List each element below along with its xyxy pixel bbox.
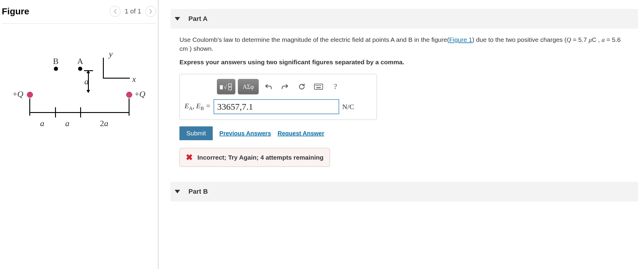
figure-title: Figure — [2, 6, 29, 16]
submit-button[interactable]: Submit — [179, 126, 213, 140]
charge-left-dot — [27, 92, 33, 98]
dim-a2: a — [65, 119, 69, 128]
charge-right-dot — [126, 92, 132, 98]
incorrect-icon: ✖ — [186, 152, 193, 162]
redo-icon — [281, 83, 289, 90]
greek-button[interactable]: ΑΣφ — [238, 79, 259, 94]
figure-pager-text: 1 of 1 — [125, 7, 141, 15]
chevron-left-icon — [113, 9, 117, 14]
templates-button[interactable]: √ — [217, 79, 235, 94]
part-b-header[interactable]: Part B — [170, 182, 638, 201]
undo-button[interactable] — [261, 79, 275, 94]
point-b-label: B — [53, 56, 59, 66]
equation-toolbar: √ ΑΣφ ? — [217, 79, 372, 94]
svg-rect-7 — [319, 85, 319, 86]
figure-prev-button[interactable] — [110, 6, 121, 17]
svg-rect-3 — [229, 87, 232, 90]
point-b-dot — [54, 67, 58, 71]
dim-a-vertical: a — [84, 77, 89, 86]
svg-rect-0 — [220, 85, 223, 89]
help-button[interactable]: ? — [328, 79, 342, 94]
svg-rect-6 — [317, 85, 318, 86]
feedback-box: ✖ Incorrect; Try Again; 4 attempts remai… — [179, 148, 330, 167]
dim-a1: a — [40, 119, 44, 128]
axis-x-label: x — [132, 74, 136, 84]
part-b-title: Part B — [188, 188, 208, 195]
point-a-label: A — [77, 56, 83, 66]
answer-input[interactable] — [214, 99, 339, 114]
feedback-text: Incorrect; Try Again; 4 attempts remaini… — [197, 154, 324, 161]
figure-link[interactable]: Figure 1 — [449, 36, 472, 43]
svg-rect-9 — [316, 87, 321, 88]
point-a-dot — [78, 67, 82, 71]
answer-label: EA, EB = — [185, 102, 211, 111]
figure-diagram: y x B A a ++QQ +Q — [7, 48, 151, 155]
axis-y-label: y — [109, 49, 112, 59]
svg-rect-5 — [316, 85, 316, 86]
templates-icon: √ — [220, 82, 233, 91]
answer-box: √ ΑΣφ ? — [179, 74, 377, 120]
reset-button[interactable] — [295, 79, 309, 94]
chevron-right-icon — [149, 9, 153, 14]
answer-unit: N/C — [342, 103, 354, 111]
part-a-instruction: Express your answers using two significa… — [179, 58, 629, 67]
svg-rect-8 — [320, 85, 321, 86]
redo-button[interactable] — [278, 79, 292, 94]
keyboard-button[interactable] — [311, 79, 326, 94]
keyboard-icon — [314, 84, 323, 90]
part-a-title: Part A — [188, 15, 208, 23]
reset-icon — [298, 83, 305, 90]
svg-rect-2 — [229, 84, 232, 86]
svg-text:√: √ — [224, 84, 227, 90]
svg-rect-4 — [314, 84, 323, 89]
figure-panel: Figure 1 of 1 y x B A — [0, 0, 159, 269]
figure-next-button[interactable] — [145, 6, 156, 17]
problem-panel: Part A Use Coulomb's law to determine th… — [159, 0, 644, 269]
request-answer-link[interactable]: Request Answer — [278, 130, 324, 137]
part-a-header[interactable]: Part A — [170, 9, 638, 29]
collapse-icon — [175, 190, 180, 193]
collapse-icon — [175, 17, 180, 21]
part-a-prompt: Use Coulomb's law to determine the magni… — [170, 35, 638, 67]
previous-answers-link[interactable]: Previous Answers — [219, 130, 271, 137]
undo-icon — [265, 83, 272, 90]
figure-pager: 1 of 1 — [110, 6, 156, 17]
